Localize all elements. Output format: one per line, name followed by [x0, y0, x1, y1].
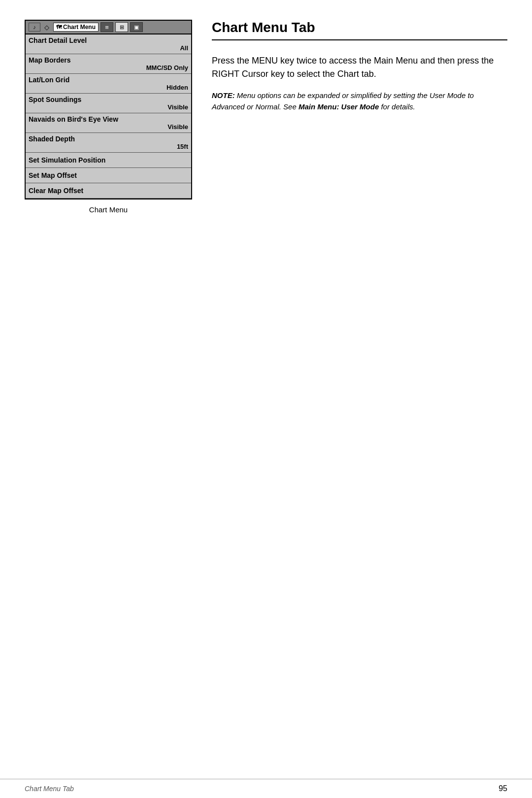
description-text: Press the MENU key twice to access the M…: [212, 54, 507, 81]
lat-lon-label: Lat/Lon Grid: [29, 76, 188, 84]
note-link: Main Menu: User Mode: [299, 102, 379, 111]
menu-item-chart-detail[interactable]: Chart Detail Level All: [26, 34, 191, 54]
set-map-offset-label: Set Map Offset: [29, 171, 77, 179]
page: ♪ ◇ 🗺 Chart Menu ≡ ⊞ ▣: [0, 0, 532, 798]
map-borders-value: MMC/SD Only: [29, 64, 188, 71]
left-column: ♪ ◇ 🗺 Chart Menu ≡ ⊞ ▣: [25, 20, 192, 778]
menu-item-clear-map-offset[interactable]: Clear Map Offset: [26, 183, 191, 199]
shaded-depth-label: Shaded Depth: [29, 135, 188, 143]
page-title: Chart Menu Tab: [212, 20, 507, 40]
footer-left-text: Chart Menu Tab: [25, 785, 74, 793]
shaded-depth-value: 15ft: [29, 143, 188, 150]
clear-map-offset-label: Clear Map Offset: [29, 187, 83, 195]
device-toolbar: ♪ ◇ 🗺 Chart Menu ≡ ⊞ ▣: [26, 21, 191, 34]
menu-item-set-map-offset[interactable]: Set Map Offset: [26, 168, 191, 183]
footer-page-number: 95: [499, 784, 507, 793]
chart-tab-icon[interactable]: 🗺 Chart Menu: [53, 23, 99, 32]
waypoint-btn[interactable]: ▣: [130, 22, 143, 32]
device-caption: Chart Menu: [25, 205, 192, 214]
spot-soundings-label: Spot Soundings: [29, 96, 188, 103]
set-simulation-label: Set Simulation Position: [29, 156, 105, 164]
chart-tab-label: Chart Menu: [63, 24, 96, 31]
note-prefix: NOTE:: [212, 91, 235, 100]
menu-item-shaded-depth[interactable]: Shaded Depth 15ft: [26, 133, 191, 153]
device-ui: ♪ ◇ 🗺 Chart Menu ≡ ⊞ ▣: [25, 20, 192, 200]
note-block: NOTE: Menu options can be expanded or si…: [212, 90, 507, 113]
diamond-icon: ◇: [42, 23, 51, 32]
navaids-value: Visible: [29, 123, 188, 131]
spot-soundings-value: Visible: [29, 103, 188, 111]
navaids-label: Navaids on Bird's Eye View: [29, 115, 188, 123]
map-btn[interactable]: ⊞: [115, 22, 128, 32]
menu-item-set-simulation[interactable]: Set Simulation Position: [26, 153, 191, 168]
chart-detail-label: Chart Detail Level: [29, 36, 188, 44]
lat-lon-value: Hidden: [29, 84, 188, 91]
menu-item-map-borders[interactable]: Map Borders MMC/SD Only: [26, 54, 191, 74]
page-footer: Chart Menu Tab 95: [0, 779, 532, 798]
content-area: ♪ ◇ 🗺 Chart Menu ≡ ⊞ ▣: [25, 20, 507, 778]
menu-item-lat-lon[interactable]: Lat/Lon Grid Hidden: [26, 74, 191, 94]
menu-item-spot-soundings[interactable]: Spot Soundings Visible: [26, 94, 191, 113]
chart-detail-value: All: [29, 44, 188, 52]
speaker-icon: ♪: [29, 23, 40, 32]
map-borders-label: Map Borders: [29, 56, 188, 64]
menu-item-navaids[interactable]: Navaids on Bird's Eye View Visible: [26, 113, 191, 133]
note-suffix: for details.: [379, 102, 415, 111]
right-column: Chart Menu Tab Press the MENU key twice …: [212, 20, 507, 778]
menu-btn[interactable]: ≡: [100, 22, 113, 32]
